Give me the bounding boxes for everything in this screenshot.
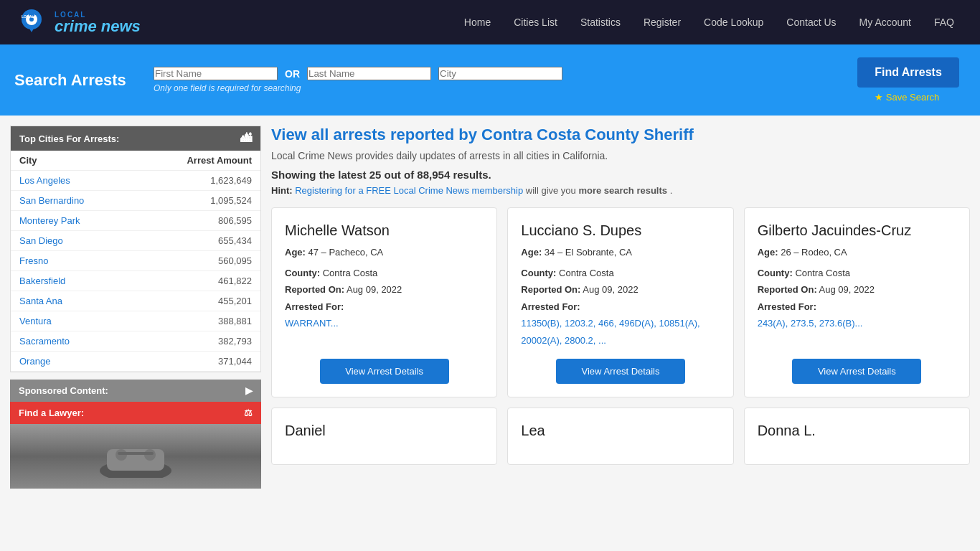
hint-text: Hint: Registering for a FREE Local Crime… bbox=[271, 185, 970, 196]
city-link[interactable]: Santa Ana bbox=[19, 296, 62, 306]
arrested-for-link[interactable]: 11350(B), 1203.2, 466, 496D(A), 10851(A)… bbox=[521, 318, 699, 345]
city-link[interactable]: Ventura bbox=[19, 316, 52, 326]
card-name: Lucciano S. Dupes bbox=[521, 221, 720, 240]
logo[interactable]: LOCAL LOCAL crime news bbox=[14, 5, 141, 39]
card-name-partial: Lea bbox=[521, 421, 720, 440]
nav-contact-us[interactable]: Contact Us bbox=[775, 2, 847, 42]
arrest-card-partial: Daniel bbox=[271, 408, 497, 465]
sponsored-header: Sponsored Content: ▶ bbox=[10, 380, 261, 402]
first-name-input[interactable] bbox=[154, 67, 278, 80]
nav-home[interactable]: Home bbox=[453, 2, 502, 42]
table-row: San Diego655,434 bbox=[11, 231, 260, 251]
nav-my-account[interactable]: My Account bbox=[848, 2, 923, 42]
card-details: County: Contra Costa Reported On: Aug 09… bbox=[285, 265, 484, 349]
card-age: Age: 26 – Rodeo, CA bbox=[758, 247, 956, 258]
arrested-for-link[interactable]: 243(A), 273.5, 273.6(B)... bbox=[758, 318, 863, 329]
arrest-card: Lucciano S. Dupes Age: 34 – El Sobrante,… bbox=[507, 207, 733, 397]
svg-text:LOCAL: LOCAL bbox=[22, 14, 34, 19]
main-content: View all arrests reported by Contra Cost… bbox=[271, 126, 970, 489]
table-row: Monterey Park806,595 bbox=[11, 211, 260, 231]
or-label: OR bbox=[285, 68, 300, 80]
arrest-card-partial: Donna L. bbox=[744, 408, 970, 465]
search-inputs-area: OR Only one field is required for search… bbox=[154, 67, 562, 93]
view-arrest-details-button[interactable]: View Arrest Details bbox=[320, 359, 449, 384]
nav-statistics[interactable]: Statistics bbox=[569, 2, 632, 42]
page-desc: Local Crime News provides daily updates … bbox=[271, 150, 970, 161]
nav-code-lookup[interactable]: Code Lookup bbox=[692, 2, 775, 42]
table-row: Orange371,044 bbox=[11, 352, 260, 372]
cities-table: City Arrest Amount Los Angeles1,623,649S… bbox=[11, 151, 260, 372]
card-name-partial: Donna L. bbox=[758, 421, 956, 440]
search-actions: Find Arrests ★Save Search bbox=[851, 57, 966, 103]
city-link[interactable]: San Bernardino bbox=[19, 195, 84, 206]
arrest-cards-row-2: DanielLeaDonna L. bbox=[271, 408, 970, 465]
arrested-for-link[interactable]: WARRANT... bbox=[285, 318, 339, 329]
card-age: Age: 34 – El Sobrante, CA bbox=[521, 247, 720, 258]
lawyer-image bbox=[10, 424, 261, 489]
card-name: Michelle Watson bbox=[285, 221, 484, 240]
star-icon: ★ bbox=[875, 92, 883, 103]
city-col-header: City bbox=[11, 151, 136, 171]
showing-results-text: Showing the latest 25 out of 88,954 resu… bbox=[271, 169, 970, 181]
hint-bold: more search results bbox=[578, 185, 667, 196]
hint-label: Hint: bbox=[271, 185, 293, 196]
hint-suffix: will give you bbox=[526, 185, 579, 196]
lawyer-box-header: Find a Lawyer: ⚖ bbox=[10, 402, 261, 424]
arrest-card: Michelle Watson Age: 47 – Pacheco, CA Co… bbox=[271, 207, 497, 397]
table-row: San Bernardino1,095,524 bbox=[11, 191, 260, 211]
card-age: Age: 47 – Pacheco, CA bbox=[285, 247, 484, 258]
table-row: Ventura388,881 bbox=[11, 311, 260, 331]
city-link[interactable]: San Diego bbox=[19, 235, 63, 246]
find-arrests-button[interactable]: Find Arrests bbox=[857, 57, 959, 88]
table-row: Los Angeles1,623,649 bbox=[11, 171, 260, 191]
table-row: Santa Ana455,201 bbox=[11, 291, 260, 311]
arrest-col-header: Arrest Amount bbox=[136, 151, 260, 171]
nav-links-list: Home Cities List Statistics Register Cod… bbox=[453, 2, 966, 42]
scale-icon: ⚖ bbox=[244, 408, 253, 418]
save-search-button[interactable]: ★Save Search bbox=[875, 92, 942, 103]
logo-text: crime news bbox=[55, 19, 141, 34]
city-link[interactable]: Los Angeles bbox=[19, 175, 70, 186]
table-row: Bakersfield461,822 bbox=[11, 271, 260, 291]
arrest-cards-row-1: Michelle Watson Age: 47 – Pacheco, CA Co… bbox=[271, 207, 970, 397]
play-icon: ▶ bbox=[245, 385, 253, 396]
top-cities-header: Top Cities For Arrests: 🏙 bbox=[11, 126, 260, 151]
sidebar: Top Cities For Arrests: 🏙 City Arrest Am… bbox=[10, 126, 261, 489]
city-link[interactable]: Fresno bbox=[19, 255, 48, 266]
card-name-partial: Daniel bbox=[285, 421, 484, 440]
search-title: Search Arrests bbox=[14, 71, 143, 90]
top-cities-box: Top Cities For Arrests: 🏙 City Arrest Am… bbox=[10, 126, 261, 372]
main-layout: Top Cities For Arrests: 🏙 City Arrest Am… bbox=[0, 116, 980, 499]
top-navigation: LOCAL LOCAL crime news Home Cities List … bbox=[0, 0, 980, 44]
card-details: County: Contra Costa Reported On: Aug 09… bbox=[758, 265, 956, 349]
arrest-card: Gilberto Jacuindes-Cruz Age: 26 – Rodeo,… bbox=[744, 207, 970, 397]
search-hint: Only one field is required for searching bbox=[154, 83, 562, 93]
nav-register[interactable]: Register bbox=[632, 2, 692, 42]
city-link[interactable]: Monterey Park bbox=[19, 215, 80, 226]
card-name: Gilberto Jacuindes-Cruz bbox=[758, 221, 956, 240]
card-details: County: Contra Costa Reported On: Aug 09… bbox=[521, 265, 720, 349]
nav-faq[interactable]: FAQ bbox=[923, 2, 966, 42]
table-row: Fresno560,095 bbox=[11, 251, 260, 271]
page-title: View all arrests reported by Contra Cost… bbox=[271, 126, 970, 144]
svg-rect-10 bbox=[118, 452, 154, 455]
search-bar: Search Arrests OR Only one field is requ… bbox=[0, 44, 980, 116]
city-input[interactable] bbox=[438, 67, 562, 80]
city-link[interactable]: Bakersfield bbox=[19, 276, 65, 286]
register-link[interactable]: Registering for a FREE Local Crime News … bbox=[295, 185, 523, 196]
hint-end: . bbox=[670, 185, 673, 196]
view-arrest-details-button[interactable]: View Arrest Details bbox=[792, 359, 921, 384]
city-link[interactable]: Sacramento bbox=[19, 336, 70, 347]
city-icon: 🏙 bbox=[240, 132, 252, 145]
city-link[interactable]: Orange bbox=[19, 356, 50, 367]
arrest-card-partial: Lea bbox=[507, 408, 733, 465]
last-name-input[interactable] bbox=[307, 67, 431, 80]
view-arrest-details-button[interactable]: View Arrest Details bbox=[556, 359, 685, 384]
nav-cities-list[interactable]: Cities List bbox=[502, 2, 569, 42]
table-row: Sacramento382,793 bbox=[11, 331, 260, 352]
